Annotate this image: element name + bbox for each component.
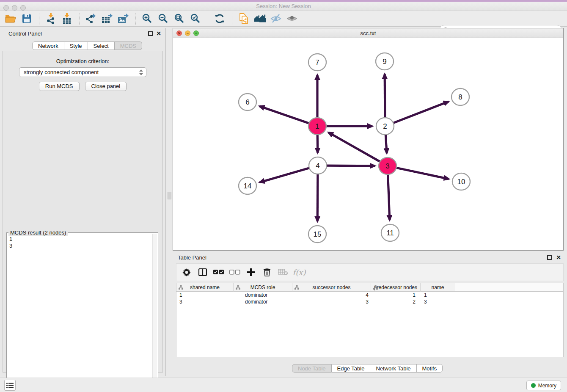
open-session-icon[interactable]	[4, 12, 17, 25]
tab-motifs[interactable]: Motifs	[417, 364, 443, 373]
table-header-filler	[455, 283, 563, 292]
result-scrollbar[interactable]	[152, 234, 157, 391]
graph-node-7[interactable]: 7	[308, 54, 326, 71]
mcds-result-item: 3	[9, 243, 152, 249]
close-table-panel-icon[interactable]: ✕	[556, 254, 561, 261]
graph-edge-4-15[interactable]	[317, 173, 318, 221]
column-header-successor-nodes[interactable]: successor nodes	[292, 283, 371, 292]
graph-edge-1-6[interactable]	[259, 106, 311, 124]
show-selected-icon[interactable]	[286, 12, 298, 25]
mcds-panel: Optimization criterion: strongly connect…	[3, 51, 163, 373]
table-cell[interactable]: 3	[176, 298, 234, 305]
table-cell[interactable]: 1	[371, 292, 421, 298]
zoom-out-icon[interactable]	[157, 12, 170, 25]
network-window-titlebar[interactable]: ✕ − + scc.txt	[173, 28, 563, 38]
network-canvas[interactable]: 7968124314101511	[173, 38, 563, 250]
graph-edge-3-11[interactable]	[388, 173, 390, 220]
column-header-predecessor-nodes[interactable]: predecessor nodes	[371, 283, 421, 292]
table-cell[interactable]: 3	[421, 298, 455, 305]
tab-select[interactable]: Select	[88, 41, 115, 50]
select-all-icon[interactable]	[213, 266, 225, 278]
graph-node-4[interactable]: 4	[309, 157, 327, 174]
list-icon	[6, 382, 14, 389]
tab-edge-table[interactable]: Edge Table	[332, 364, 371, 373]
graph-node-14[interactable]: 14	[239, 177, 256, 194]
criterion-dropdown[interactable]: strongly connected component	[19, 67, 146, 77]
toolbar-separator	[208, 13, 208, 25]
app-titlebar: Session: New Session	[0, 2, 567, 11]
table-row[interactable]: 3dominator323	[176, 298, 563, 305]
graph-node-10[interactable]: 10	[452, 173, 470, 190]
main-toolbar	[0, 11, 567, 27]
table-row[interactable]: 1dominator411	[176, 292, 563, 298]
export-table-icon[interactable]	[101, 12, 113, 25]
memory-button[interactable]: Memory	[526, 381, 561, 390]
graph-edge-2-3[interactable]	[385, 133, 387, 153]
table-cell[interactable]: 1	[176, 292, 234, 298]
table-cell[interactable]: 1	[421, 292, 455, 298]
tab-mcds[interactable]: MCDS	[115, 41, 142, 50]
graph-node-9[interactable]: 9	[376, 53, 394, 70]
graph-node-1[interactable]: 1	[308, 118, 326, 135]
save-session-icon[interactable]	[20, 12, 33, 25]
svg-text:10: 10	[457, 178, 465, 186]
add-column-icon[interactable]	[245, 266, 257, 278]
graph-edge-2-9[interactable]	[385, 74, 385, 119]
zoom-in-icon[interactable]	[141, 12, 154, 25]
tab-style[interactable]: Style	[64, 41, 88, 50]
tab-network-table[interactable]: Network Table	[370, 364, 416, 373]
graph-edge-2-8[interactable]	[392, 102, 449, 124]
graph-edge-3-1[interactable]	[328, 133, 381, 163]
close-panel-button[interactable]: Close panel	[85, 82, 127, 91]
table-cell[interactable]: 3	[292, 298, 371, 305]
import-table-icon[interactable]	[61, 12, 73, 25]
mcds-result-list[interactable]: 13	[9, 234, 152, 391]
column-tree-icon	[373, 285, 378, 290]
graph-node-2[interactable]: 2	[376, 118, 394, 135]
graph-node-3[interactable]: 3	[379, 157, 396, 174]
float-panel-icon[interactable]	[148, 31, 153, 36]
table-cell[interactable]: 4	[292, 292, 371, 298]
refresh-view-icon[interactable]	[213, 12, 226, 25]
column-header-name[interactable]: name	[421, 283, 455, 292]
import-network-icon[interactable]	[44, 12, 57, 25]
vertical-splitter-handle[interactable]	[168, 192, 171, 199]
close-panel-icon[interactable]: ✕	[156, 30, 161, 37]
graph-edge-4-14[interactable]	[260, 168, 311, 182]
hide-selected-icon[interactable]	[270, 12, 282, 25]
export-image-icon[interactable]	[117, 12, 129, 25]
graph-node-8[interactable]: 8	[451, 88, 469, 105]
svg-text:11: 11	[386, 229, 394, 237]
toggle-column-panel-icon[interactable]	[197, 266, 209, 278]
tab-node-table[interactable]: Node Table	[292, 364, 332, 373]
deselect-all-icon[interactable]	[229, 266, 241, 278]
svg-text:3: 3	[385, 162, 389, 170]
column-header-shared-name[interactable]: shared name	[176, 283, 234, 292]
graph-edge-4-3[interactable]	[325, 166, 375, 166]
delete-column-trash-icon[interactable]	[261, 266, 273, 278]
table-cell[interactable]: 2	[371, 298, 421, 305]
graph-node-15[interactable]: 15	[308, 226, 326, 243]
table-cell[interactable]: dominator	[234, 298, 292, 305]
column-header-mcds-role[interactable]: MCDS role	[234, 283, 292, 292]
export-network-icon[interactable]	[85, 12, 97, 25]
graph-node-11[interactable]: 11	[381, 224, 399, 241]
graph-node-6[interactable]: 6	[239, 94, 256, 110]
task-history-button[interactable]	[4, 380, 16, 391]
dropdown-stepper-icon	[139, 69, 143, 76]
tab-network[interactable]: Network	[32, 41, 64, 50]
zoom-selected-icon[interactable]	[189, 12, 202, 25]
network-graph[interactable]: 7968124314101511	[173, 38, 563, 251]
table-toolbar: f(x)	[176, 263, 564, 281]
graph-edge-3-10[interactable]	[395, 168, 449, 179]
zoom-fit-icon[interactable]	[173, 12, 186, 25]
show-all-networks-icon[interactable]	[253, 12, 266, 25]
optimization-criterion-label: Optimization criterion:	[3, 58, 162, 64]
table-cell[interactable]: dominator	[234, 292, 292, 298]
run-mcds-button[interactable]: Run MCDS	[39, 82, 80, 91]
float-table-panel-icon[interactable]	[547, 255, 552, 260]
control-panel-tabs: Network Style Select MCDS	[32, 41, 142, 50]
svg-text:15: 15	[314, 230, 322, 238]
table-settings-gear-icon[interactable]	[181, 266, 193, 278]
open-network-file-icon[interactable]	[237, 12, 250, 25]
